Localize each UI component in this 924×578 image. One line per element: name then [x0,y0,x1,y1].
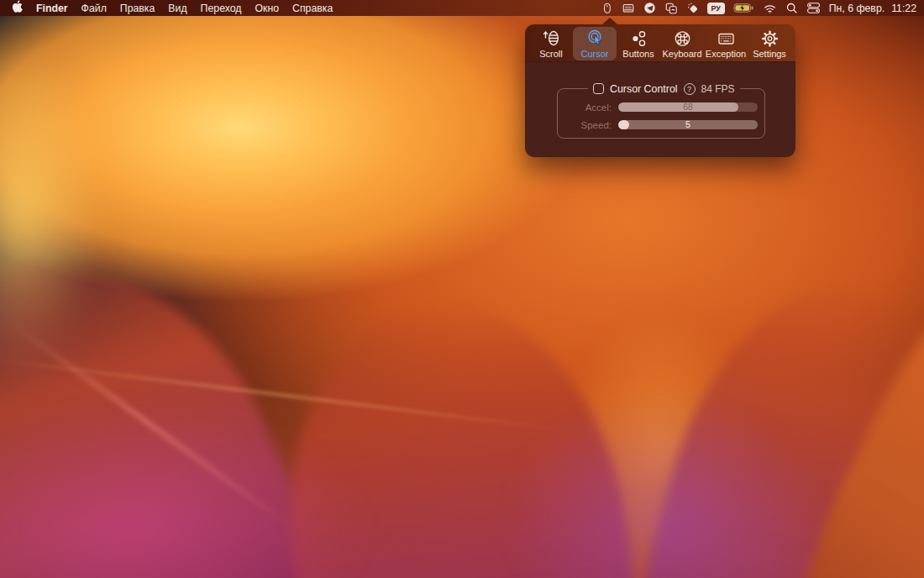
tab-label: Buttons [622,49,654,60]
cursor-click-icon [585,29,605,48]
menu-item-window[interactable]: Окно [255,3,279,14]
mouse-utility-popover: Scroll Cursor Buttons [525,24,795,157]
tab-buttons[interactable]: Buttons [617,27,660,60]
desktop: Finder Файл Правка Вид Переход Окно Спра… [0,0,924,578]
accel-value: 68 [618,102,758,112]
battery-charging-icon[interactable] [733,2,754,14]
wifi-icon[interactable] [763,3,777,14]
tab-label: Exception [706,49,746,60]
popover-tab-bar: Scroll Cursor Buttons [525,24,795,61]
menu-item-edit[interactable]: Правка [120,3,155,14]
menu-bar-status: РУ [601,2,924,15]
apple-menu[interactable] [12,0,23,16]
window-switcher-icon[interactable] [664,2,678,15]
control-center-icon[interactable] [806,2,821,14]
accel-label: Accel: [558,102,612,113]
speed-label: Speed: [558,120,612,130]
help-icon[interactable]: ? [684,83,696,95]
speed-value: 5 [618,120,758,129]
menu-item-help[interactable]: Справка [292,3,333,14]
spray-icon[interactable] [686,2,699,14]
menu-item-go[interactable]: Переход [201,3,242,14]
tab-cursor[interactable]: Cursor [573,27,617,60]
input-source-badge[interactable]: РУ [707,3,725,14]
tab-settings[interactable]: Settings [748,27,791,60]
tab-scroll[interactable]: Scroll [529,27,573,60]
scroll-wheel-icon [542,29,561,48]
speed-slider[interactable]: 5 [618,120,758,129]
telegram-icon[interactable] [643,2,656,14]
command-circle-icon [673,29,692,48]
tab-label: Settings [753,49,786,60]
menu-item-view[interactable]: Вид [168,3,186,14]
menu-item-file[interactable]: Файл [81,3,107,14]
gear-icon [760,29,780,48]
tab-keyboard[interactable]: Keyboard [660,27,704,60]
cursor-panel: Cursor Control ? 84 FPS Accel: 68 Speed: [525,61,795,157]
keyboard-rect-icon [717,29,736,48]
tab-label: Keyboard [662,49,701,60]
tab-exception[interactable]: Exception [704,27,748,60]
search-icon[interactable] [785,2,798,14]
apple-logo-icon [12,0,23,13]
menu-app-name[interactable]: Finder [36,3,68,14]
menu-bar-left: Finder Файл Правка Вид Переход Окно Спра… [0,0,333,16]
cursor-control-checkbox[interactable] [593,83,604,94]
mouse-icon[interactable] [601,2,613,15]
accel-slider[interactable]: 68 [618,102,758,112]
menu-bar-clock[interactable]: Пн, 6 февр. 11:22 [829,3,916,14]
fps-readout: 84 FPS [701,83,735,95]
clock-time: 11:22 [891,3,916,14]
menu-bar: Finder Файл Правка Вид Переход Окно Спра… [0,0,924,16]
cursor-control-group: Cursor Control ? 84 FPS Accel: 68 Speed: [557,88,765,139]
cursor-control-legend: Cursor Control ? 84 FPS [588,81,740,96]
display-icon[interactable] [622,2,635,15]
cursor-control-label: Cursor Control [610,83,678,95]
buttons-circles-icon [629,29,648,48]
tab-label: Cursor [580,49,608,60]
clock-date: Пн, 6 февр. [829,3,885,14]
popover-arrow [602,18,617,24]
tab-label: Scroll [539,49,563,60]
